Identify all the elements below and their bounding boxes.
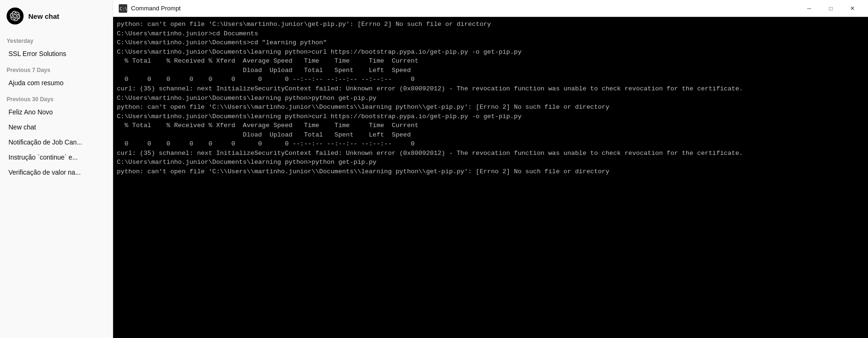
cmd-icon: C:\ (119, 4, 127, 13)
minimize-button[interactable]: ─ (799, 1, 819, 16)
chat-item-instrucao[interactable]: Instrução `continue` e... (2, 150, 111, 165)
openai-logo (7, 8, 24, 24)
sidebar: New chat Yesterday SSL Error Solutions P… (0, 0, 113, 338)
window-title: Command Prompt (131, 5, 795, 12)
terminal-output[interactable]: python: can't open file 'C:\Users\martin… (113, 17, 868, 338)
section-yesterday: Yesterday SSL Error Solutions (0, 32, 113, 61)
section-label-prev30: Previous 30 Days (0, 90, 113, 105)
section-label-prev7: Previous 7 Days (0, 61, 113, 75)
openai-logo-svg (10, 11, 20, 21)
svg-text:C:\: C:\ (120, 7, 127, 11)
chat-item-feliz[interactable]: Feliz Ano Novo (2, 105, 111, 120)
maximize-button[interactable]: □ (821, 1, 841, 16)
main-content: C:\ Command Prompt ─ □ ✕ python: can't o… (113, 0, 868, 338)
close-button[interactable]: ✕ (843, 1, 862, 16)
section-prev7: Previous 7 Days Ajuda com resumo (0, 61, 113, 90)
section-prev30: Previous 30 Days Feliz Ano Novo New chat… (0, 90, 113, 180)
window-titlebar: C:\ Command Prompt ─ □ ✕ (113, 0, 868, 17)
chat-item-newchat[interactable]: New chat (2, 120, 111, 135)
chat-item-verif[interactable]: Verificação de valor na... (2, 165, 111, 180)
chat-item-ajuda[interactable]: Ajuda com resumo (2, 75, 111, 90)
chat-item-notif[interactable]: Notificação de Job Can... (2, 135, 111, 150)
new-chat-button[interactable]: New chat (0, 0, 113, 32)
window-controls: ─ □ ✕ (799, 1, 862, 16)
section-label-yesterday: Yesterday (0, 32, 113, 46)
chat-item-ssl[interactable]: SSL Error Solutions (2, 46, 111, 61)
new-chat-label: New chat (28, 12, 59, 20)
